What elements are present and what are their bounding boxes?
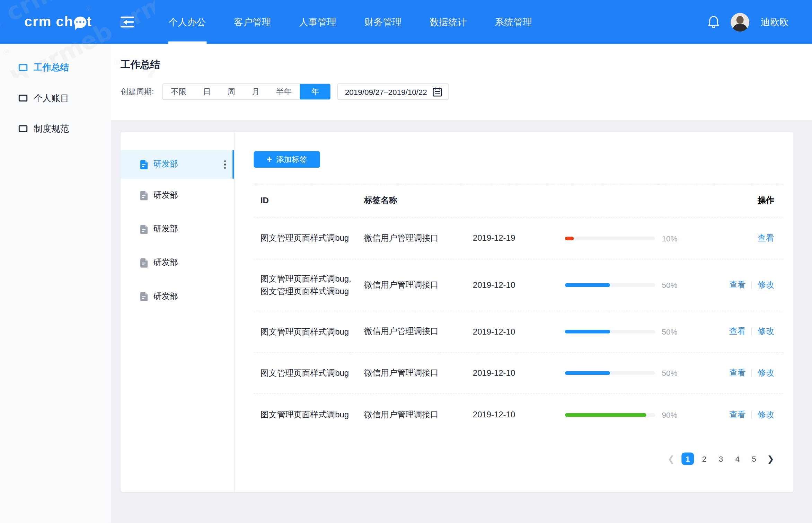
logo-text-pre: crm ch	[24, 14, 73, 30]
period-segmented-control: 不限 日 周 月 半年 年	[162, 83, 331, 100]
period-option-year[interactable]: 年	[300, 84, 330, 99]
cell-tag-name: 微信用户管理调接口	[364, 280, 473, 290]
nav-item-finance-mgmt[interactable]: 财务管理	[350, 0, 415, 44]
progress-fill	[565, 330, 610, 333]
table-area: + 添加标签 ID 标签名称 操作 图文管理页面样式调bug 微信用户管理调接口	[235, 132, 793, 492]
progress-percent: 90%	[662, 410, 677, 419]
period-option-week[interactable]: 周	[219, 84, 244, 99]
tags-table: ID 标签名称 操作 图文管理页面样式调bug 微信用户管理调接口 2019-1…	[254, 184, 783, 436]
view-link[interactable]: 查看	[729, 280, 746, 290]
page-title: 工作总结	[121, 58, 812, 71]
pagination: ❮ 1 2 3 4 5 ❯	[254, 453, 783, 465]
menu-collapse-icon[interactable]	[121, 16, 134, 28]
department-name: 研发部	[153, 291, 178, 302]
edit-link[interactable]: 修改	[758, 326, 774, 337]
nav-item-system-mgmt[interactable]: 系统管理	[481, 0, 546, 44]
pagination-page-3[interactable]: 3	[715, 453, 727, 465]
edit-link[interactable]: 修改	[758, 280, 774, 290]
cell-id: 图文管理页面样式调bug	[254, 408, 364, 421]
table-row: 图文管理页面样式调bug 微信用户管理调接口 2019-12-19 10% 查看	[254, 218, 783, 259]
progress-percent: 10%	[662, 234, 677, 242]
nav-item-customer-mgmt[interactable]: 客户管理	[220, 0, 285, 44]
window-outline-icon	[19, 125, 27, 132]
department-name: 研发部	[153, 224, 178, 234]
progress-track	[565, 371, 655, 375]
pagination-next-icon[interactable]: ❯	[764, 453, 777, 465]
add-tag-button[interactable]: + 添加标签	[254, 151, 320, 168]
nav-item-data-stats[interactable]: 数据统计	[416, 0, 481, 44]
top-right-area: 迪欧欧	[708, 0, 812, 44]
edit-link[interactable]: 修改	[758, 409, 774, 420]
table-header-row: ID 标签名称 操作	[254, 184, 783, 218]
filter-row: 创建周期: 不限 日 周 月 半年 年 2019/09/27–2019/10/2…	[121, 83, 812, 100]
department-name: 研发部	[153, 257, 178, 268]
progress-percent: 50%	[662, 281, 677, 289]
nav-item-hr-mgmt[interactable]: 人事管理	[285, 0, 350, 44]
cell-tag-name: 微信用户管理调接口	[364, 367, 473, 378]
pagination-page-4[interactable]: 4	[731, 453, 744, 465]
nav-item-personal-office[interactable]: 个人办公	[155, 0, 220, 44]
progress-fill	[565, 236, 574, 240]
department-item[interactable]: 研发部	[121, 212, 234, 246]
app-window: crmeb ® crm ch t 个人办公 客户管理 人事管理 财务管理 数据统…	[0, 0, 812, 523]
progress-percent: 50%	[662, 327, 677, 336]
sidebar-item-personal-accounts[interactable]: 个人账目	[0, 83, 111, 113]
cell-tag-name: 微信用户管理调接口	[364, 409, 473, 420]
top-header-bar: crmeb ® crm ch t 个人办公 客户管理 人事管理 财务管理 数据统…	[0, 0, 812, 44]
date-range-input[interactable]: 2019/09/27–2019/10/22	[337, 83, 449, 100]
cell-tag-name: 微信用户管理调接口	[364, 326, 473, 337]
view-link[interactable]: 查看	[729, 367, 746, 378]
department-name: 研发部	[153, 190, 178, 201]
pagination-page-5[interactable]: 5	[748, 453, 760, 465]
cell-progress: 90%	[565, 410, 686, 419]
cell-id: 图文管理页面样式调bug,图文管理页面样式调bug	[254, 273, 364, 298]
document-icon	[140, 258, 148, 267]
pagination-page-1[interactable]: 1	[681, 453, 694, 465]
edit-link[interactable]: 修改	[758, 367, 774, 378]
progress-fill	[565, 413, 646, 416]
cell-date: 2019-12-10	[473, 327, 565, 336]
pagination-prev-icon[interactable]: ❮	[665, 453, 677, 465]
department-item[interactable]: 研发部	[121, 246, 234, 280]
table-row: 图文管理页面样式调bug 微信用户管理调接口 2019-12-10 50% 查看…	[254, 353, 783, 394]
period-option-halfyear[interactable]: 半年	[268, 84, 300, 99]
user-name[interactable]: 迪欧欧	[761, 16, 789, 28]
view-link[interactable]: 查看	[729, 409, 746, 420]
document-icon	[140, 191, 148, 200]
cell-date: 2019-12-10	[473, 280, 565, 290]
cell-progress: 50%	[565, 327, 686, 336]
cell-tag-name: 微信用户管理调接口	[364, 233, 473, 243]
period-option-day[interactable]: 日	[195, 84, 219, 99]
more-actions-icon[interactable]	[222, 158, 228, 171]
department-item[interactable]: 研发部	[121, 179, 234, 212]
progress-percent: 50%	[662, 369, 677, 377]
pagination-page-2[interactable]: 2	[698, 453, 710, 465]
user-avatar[interactable]	[731, 13, 749, 32]
view-link[interactable]: 查看	[758, 233, 774, 243]
selected-indicator-bar	[232, 150, 234, 179]
app-logo: crm ch t	[24, 14, 92, 30]
department-item-selected[interactable]: 研发部	[121, 150, 234, 179]
period-option-unlimited[interactable]: 不限	[163, 84, 195, 99]
table-row: 图文管理页面样式调bug,图文管理页面样式调bug 微信用户管理调接口 2019…	[254, 259, 783, 311]
period-option-month[interactable]: 月	[244, 84, 268, 99]
view-link[interactable]: 查看	[729, 326, 746, 337]
calendar-icon	[432, 87, 442, 96]
logo-text-post: t	[87, 14, 92, 30]
cell-id: 图文管理页面样式调bug	[254, 232, 364, 245]
sidebar-item-rules[interactable]: 制度规范	[0, 113, 111, 144]
progress-fill	[565, 371, 610, 375]
cell-date: 2019-12-10	[473, 369, 565, 378]
table-row: 图文管理页面样式调bug 微信用户管理调接口 2019-12-10 50% 查看…	[254, 311, 783, 353]
cell-progress: 50%	[565, 369, 686, 377]
notification-bell-icon[interactable]	[708, 15, 720, 29]
main-content: 工作总结 创建周期: 不限 日 周 月 半年 年 2019/09/27–2019…	[111, 44, 812, 523]
chat-bubble-icon	[74, 16, 86, 28]
action-divider	[751, 281, 752, 289]
cell-progress: 10%	[565, 234, 686, 242]
table-row: 图文管理页面样式调bug 微信用户管理调接口 2019-12-10 90% 查看…	[254, 394, 783, 436]
top-nav: 个人办公 客户管理 人事管理 财务管理 数据统计 系统管理	[155, 0, 546, 44]
department-item[interactable]: 研发部	[121, 280, 234, 313]
progress-track	[565, 413, 655, 416]
sidebar-item-work-summary[interactable]: 工作总结	[0, 52, 111, 83]
